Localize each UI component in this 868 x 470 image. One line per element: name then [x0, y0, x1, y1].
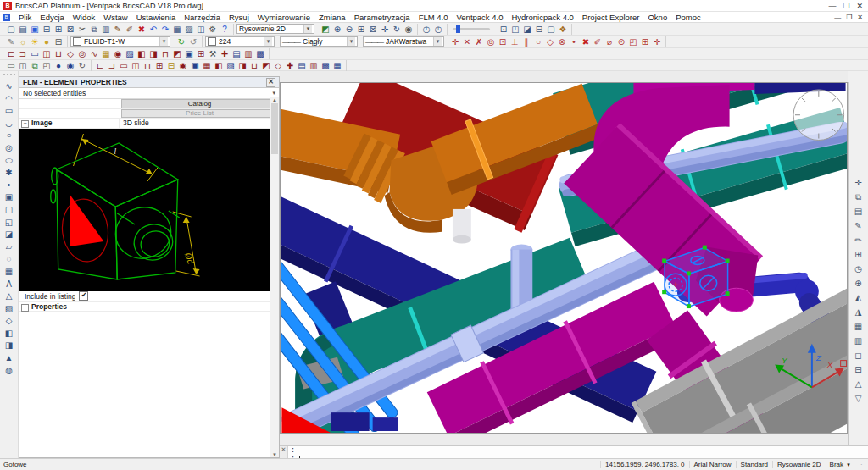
cut-icon[interactable]: ✂ [76, 24, 88, 35]
paste-ent-icon[interactable]: ▤ [853, 204, 865, 218]
vp-cyl-icon[interactable]: ◉ [64, 60, 76, 71]
box3d-icon[interactable]: ◧ [3, 328, 15, 340]
settings-icon[interactable]: ⚙ [207, 24, 219, 35]
vent-check-icon[interactable]: ✚ [284, 60, 296, 71]
image-icon[interactable]: ◫ [195, 24, 207, 35]
wedge3d-icon[interactable]: ◨ [3, 340, 15, 352]
close-button[interactable]: ✕ [856, 2, 863, 10]
minus-icon[interactable]: ⊟ [853, 362, 865, 377]
vent-join-icon[interactable]: ⊔ [248, 60, 260, 71]
transparency-slider[interactable] [453, 28, 490, 30]
snap-quad-icon[interactable]: ◇ [544, 36, 556, 47]
vp-sphere-icon[interactable]: ● [53, 60, 64, 71]
snap-parallel-icon[interactable]: ∥ [520, 36, 532, 47]
vent-filter-icon[interactable]: ◨ [236, 60, 248, 71]
collapse-icon[interactable]: − [21, 120, 29, 128]
model-viewport[interactable]: Z Y X [280, 82, 848, 434]
panel-close-icon[interactable]: ✕ [266, 78, 275, 87]
resize-grip[interactable]: ⋰ [858, 461, 865, 468]
flm-info-icon[interactable]: ▣ [183, 48, 195, 59]
flm-fitting-icon[interactable]: ▭ [29, 48, 41, 59]
flm-duct-icon[interactable]: ⊏ [5, 48, 17, 59]
flm-attach-icon[interactable]: ◩ [171, 48, 183, 59]
zoom-window-icon[interactable]: ⊞ [355, 24, 367, 35]
menu-item-edycja[interactable]: Edycja [36, 13, 69, 22]
tri-down-icon[interactable]: ▽ [853, 391, 865, 406]
flm-list-icon[interactable]: ▤ [231, 48, 242, 59]
flm-unit-icon[interactable]: ◨ [147, 48, 159, 59]
snap-mark-icon[interactable]: ⊙ [615, 36, 627, 47]
mdi-restore-button[interactable]: ❐ [846, 14, 852, 21]
flm-split-icon[interactable]: ⊓ [159, 48, 171, 59]
flm-grille-icon[interactable]: ▨ [124, 48, 136, 59]
vent-duct-icon[interactable]: ⊏ [94, 60, 106, 71]
snap-end-icon[interactable]: ✕ [461, 36, 473, 47]
status-annoscale[interactable]: Brak▼ [826, 461, 854, 468]
entity-selector[interactable]: No selected entities ▾ [19, 88, 279, 99]
vent-pipe-icon[interactable]: ⊐ [106, 60, 118, 71]
status-workspace[interactable]: Rysowanie 2D [772, 461, 826, 468]
lock-icon[interactable]: ● [41, 36, 53, 47]
open-icon[interactable]: ▤ [17, 24, 29, 35]
snap-temp-icon[interactable]: ◰ [627, 36, 639, 47]
sun-icon[interactable]: ☀ [29, 36, 41, 47]
redo-icon[interactable]: ↷ [159, 24, 171, 35]
snap-3d-icon[interactable]: ✛ [651, 36, 663, 47]
flm-flex-icon[interactable]: ∿ [88, 48, 100, 59]
menu-item-widok[interactable]: Widok [69, 13, 99, 22]
vent-fan-icon[interactable]: ◉ [177, 60, 189, 71]
orbit-icon[interactable]: ↻ [391, 24, 403, 35]
snap-perp-icon[interactable]: ⊥ [509, 36, 520, 47]
sheet-icon[interactable]: ▢ [545, 24, 557, 35]
zoom-plus-icon[interactable]: ⊕ [853, 276, 865, 290]
print-icon[interactable]: ⊞ [53, 24, 64, 35]
scrollbar-thumb[interactable] [271, 103, 278, 154]
cylinder3d-icon[interactable]: ◍ [3, 365, 15, 378]
snap-track-icon[interactable]: ⌀ [604, 36, 615, 47]
flm-diffuser-icon[interactable]: ◧ [136, 48, 147, 59]
visual-style-icon[interactable]: ◪ [521, 24, 533, 35]
wipeout-icon[interactable]: ◌ [3, 253, 15, 266]
workspace-combo[interactable]: Rysowanie 2D▾ [236, 24, 314, 34]
mdi-minimize-button[interactable]: — [834, 14, 841, 21]
vent-split-icon[interactable]: ◩ [260, 60, 272, 71]
catalog-button[interactable]: Catalog [121, 99, 278, 108]
navy-box-small-2[interactable] [373, 417, 398, 431]
menu-item-okno[interactable]: Okno [643, 13, 671, 22]
menu-item-flm-4-0[interactable]: FLM 4.0 [415, 13, 453, 22]
rectangle-icon[interactable]: ▭ [3, 105, 15, 118]
clock-icon[interactable]: ◷ [853, 262, 865, 276]
vent-sheet-icon[interactable]: ▥ [308, 60, 320, 71]
menu-item-zmiana[interactable]: Zmiana [314, 13, 350, 22]
snap-from-icon[interactable]: ✐ [592, 36, 604, 47]
vp-copy-icon[interactable]: ⧉ [29, 60, 41, 71]
toolbar-grip[interactable] [3, 74, 15, 79]
copy-ent-icon[interactable]: ⧉ [853, 190, 865, 204]
flm-reducer-icon[interactable]: ◇ [64, 48, 76, 59]
preview-icon[interactable]: ⊟ [41, 24, 53, 35]
lineweight-combo[interactable]: ——— JAKWarstwa▾ [363, 36, 444, 47]
freeze-icon[interactable]: ⊟ [53, 36, 64, 47]
ucs-tool-icon[interactable]: ⊡ [498, 24, 509, 35]
zoom-out-icon[interactable]: ⊖ [343, 24, 355, 35]
flm-legend-icon[interactable]: ▩ [254, 48, 266, 59]
snap-settings-icon[interactable]: ⊞ [639, 36, 651, 47]
flm-tee-icon[interactable]: ⊔ [53, 48, 64, 59]
publish-icon[interactable]: ⊠ [64, 24, 76, 35]
layer-prev-icon[interactable]: ↺ [187, 36, 199, 47]
donut-icon[interactable]: ◎ [3, 142, 15, 155]
eyedrop-icon[interactable]: ✐ [124, 24, 136, 35]
bulb-icon[interactable]: ☼ [17, 36, 29, 47]
snap-off-icon[interactable]: ✖ [580, 36, 592, 47]
view-box-icon[interactable]: ◴ [420, 24, 432, 35]
include-checkbox[interactable]: ✔ [79, 291, 88, 301]
3dface-icon[interactable]: ◪ [3, 229, 15, 241]
white-connector[interactable] [453, 209, 471, 244]
scroll-up-icon[interactable]: ▲ [272, 97, 277, 102]
vent-cap-icon[interactable]: ⊟ [165, 60, 177, 71]
vent-vav-icon[interactable]: ◧ [213, 60, 225, 71]
vp-orbit-icon[interactable]: ↻ [76, 60, 88, 71]
rhomb-icon[interactable]: ◇ [3, 315, 15, 328]
menu-item-wstaw[interactable]: Wstaw [99, 13, 132, 22]
undo-icon[interactable]: ↶ [147, 24, 159, 35]
